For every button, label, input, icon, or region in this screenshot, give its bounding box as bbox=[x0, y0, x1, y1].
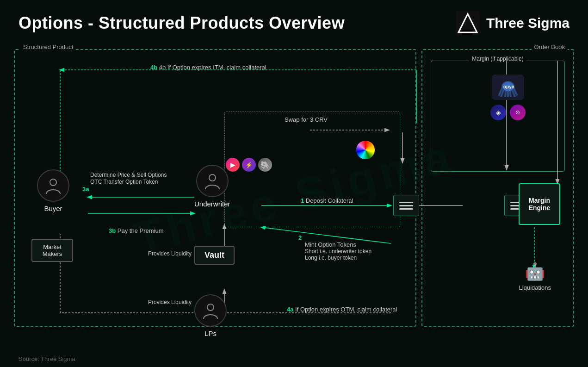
protocol-logos: ◈ ⊙ bbox=[490, 105, 526, 120]
buyer-label: Buyer bbox=[44, 205, 62, 212]
provides-liquidity-2: Provides Liquidity bbox=[148, 299, 192, 305]
step-3a-label: Determine Price & Sell Options bbox=[90, 172, 167, 178]
market-makers-label: Market Makers bbox=[43, 243, 62, 257]
token-icons: ▶ ⚡ 🐘 bbox=[226, 158, 272, 172]
step-4b-number: 4b bbox=[150, 64, 157, 71]
provides-liquidity-2-text: Provides Liquidity bbox=[148, 299, 192, 305]
step-3a-otc-label: OTC Transfer Option Token bbox=[90, 179, 158, 185]
menu-line-3 bbox=[399, 208, 413, 210]
menu-icon-left bbox=[393, 195, 419, 216]
swap-label: Swap for 3 CRV bbox=[285, 116, 328, 123]
step-4b-text: 4b If Option expires ITM, claim collater… bbox=[159, 64, 266, 71]
step-4a-text: If Option expires OTM, claim collateral bbox=[295, 306, 397, 313]
step-1-text: Deposit Collateral bbox=[306, 197, 353, 204]
opyn-icon: opyn bbox=[492, 75, 524, 100]
robot-icon: 🤖 bbox=[525, 262, 545, 281]
crv-icon-area bbox=[356, 141, 375, 159]
protocol-1-icon: ◈ bbox=[490, 105, 506, 120]
step-2-number: 2 bbox=[298, 234, 302, 241]
token-3-icon: 🐘 bbox=[258, 158, 272, 172]
step-3a-number-label: 3a bbox=[82, 186, 89, 193]
vault-box: Vault bbox=[194, 246, 235, 265]
market-makers-box: Market Makers bbox=[31, 239, 73, 262]
order-book-label: Order Book bbox=[532, 44, 568, 50]
logo-text: Three Sigma bbox=[486, 15, 569, 31]
menu-line-1 bbox=[399, 202, 413, 203]
step-4b-label: 4b 4b If Option expires ITM, claim colla… bbox=[150, 64, 266, 71]
step-3b-number: 3b bbox=[109, 227, 116, 234]
step-1-number: 1 bbox=[301, 197, 304, 204]
menu-line-2 bbox=[399, 205, 413, 206]
left-menu-box bbox=[393, 195, 419, 216]
opyn-area: opyn ◈ ⊙ bbox=[490, 75, 526, 120]
lps-node: LPs bbox=[194, 294, 227, 337]
otc-transfer-text: OTC Transfer Option Token bbox=[90, 179, 158, 185]
step-4a-number: 4a bbox=[287, 306, 293, 313]
liquidations-area: 🤖 Liquidations bbox=[519, 262, 551, 291]
step-2-detail1: Short i.e. underwriter token bbox=[305, 248, 371, 255]
lps-icon bbox=[194, 294, 227, 327]
opyn-svg: opyn bbox=[496, 78, 520, 97]
provides-liquidity-1: Provides Liquidity bbox=[148, 250, 192, 257]
source-footer: Source: Three Sigma bbox=[19, 355, 75, 362]
step-2-detail2: Long i.e. buyer token bbox=[305, 255, 371, 261]
step-3b-text: Pay the Premium bbox=[118, 227, 164, 234]
vault-node: Vault bbox=[194, 246, 235, 265]
swap-text: Swap for 3 CRV bbox=[285, 116, 328, 123]
page-title: Options - Structured Products Overview bbox=[19, 13, 345, 33]
svg-point-24 bbox=[207, 304, 214, 311]
step-3b-label: 3b Pay the Premium bbox=[109, 227, 164, 234]
underwriter-icon bbox=[196, 165, 229, 197]
vault-label: Vault bbox=[204, 250, 224, 260]
margin-label: Margin (if applicable) bbox=[469, 56, 526, 62]
logo-area: Three Sigma bbox=[456, 11, 569, 35]
provides-liquidity-1-text: Provides Liquidity bbox=[148, 250, 192, 257]
step-4a-label: 4a If Option expires OTM, claim collater… bbox=[287, 306, 397, 313]
protocol-2-icon: ⊙ bbox=[510, 105, 526, 120]
buyer-node: Buyer bbox=[37, 169, 69, 212]
buyer-icon bbox=[37, 169, 69, 202]
step-3a-number: 3a bbox=[82, 186, 89, 193]
token-2-icon: ⚡ bbox=[242, 158, 256, 172]
step-2-text: Mint Option Tokens bbox=[305, 241, 371, 248]
diagram: Three Sigma Structured Product Order Boo… bbox=[14, 40, 574, 355]
token-1-icon: ▶ bbox=[226, 158, 240, 172]
lps-label: LPs bbox=[204, 330, 217, 337]
svg-text:opyn: opyn bbox=[503, 84, 514, 89]
opyn-logo-wrapper: opyn bbox=[492, 75, 524, 100]
three-sigma-logo-icon bbox=[456, 11, 480, 35]
margin-engine-label: Margin Engine bbox=[520, 197, 559, 211]
structured-product-label: Structured Product bbox=[20, 44, 76, 50]
determine-price-text: Determine Price & Sell Options bbox=[90, 172, 167, 178]
margin-engine-box: Margin Engine bbox=[519, 183, 560, 225]
underwriter-label: Underwriter bbox=[194, 200, 230, 208]
svg-point-22 bbox=[50, 179, 56, 186]
liquidations-label: Liquidations bbox=[519, 284, 551, 291]
underwriter-node: Underwriter bbox=[194, 165, 230, 208]
step-1-label: 1 Deposit Collateral bbox=[301, 197, 353, 204]
svg-point-23 bbox=[209, 174, 216, 181]
header: Options - Structured Products Overview T… bbox=[0, 0, 588, 40]
step-2-label: 2 Mint Option Tokens Short i.e. underwri… bbox=[298, 234, 371, 261]
crv-icon bbox=[356, 141, 375, 159]
source-text: Source: Three Sigma bbox=[19, 355, 75, 362]
